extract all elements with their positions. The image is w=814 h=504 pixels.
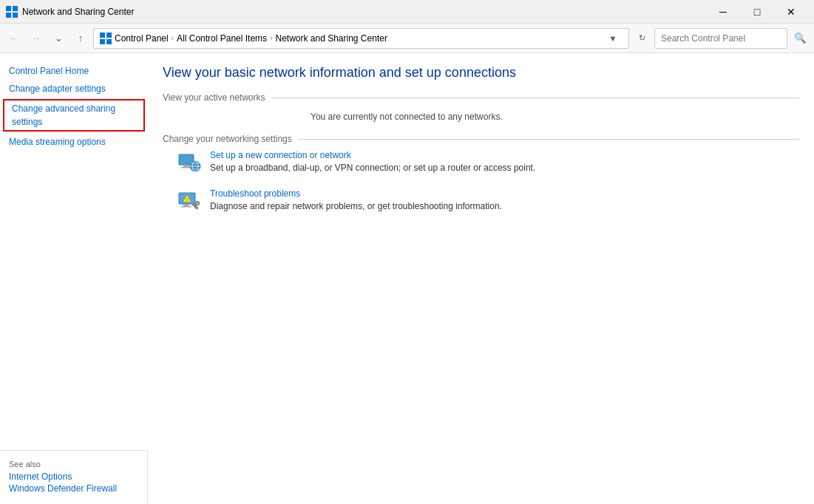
search-input[interactable] bbox=[654, 28, 787, 49]
networking-settings-divider bbox=[298, 139, 799, 140]
active-networks-label: View your active networks bbox=[163, 92, 271, 103]
svg-text:!: ! bbox=[186, 197, 188, 202]
breadcrumb-control-panel[interactable]: Control Panel bbox=[115, 33, 169, 44]
troubleshoot-link[interactable]: Troubleshoot problems bbox=[210, 188, 799, 199]
up-button[interactable]: ↑ bbox=[71, 29, 90, 48]
close-button[interactable]: ✕ bbox=[774, 0, 808, 24]
svg-rect-5 bbox=[106, 33, 112, 38]
left-panel: Control Panel Home Change adapter settin… bbox=[0, 53, 148, 504]
window-controls: ─ □ ✕ bbox=[706, 0, 808, 24]
svg-rect-9 bbox=[183, 165, 189, 167]
page-title: View your basic network information and … bbox=[163, 65, 799, 81]
active-networks-header: View your active networks bbox=[163, 92, 799, 103]
title-bar: Network and Sharing Center ─ □ ✕ bbox=[0, 0, 814, 24]
address-bar: ← → ⌄ ↑ Control Panel › All Control Pane… bbox=[0, 24, 814, 53]
sidebar: Control Panel Home Change adapter settin… bbox=[0, 53, 148, 450]
networking-settings-header: Change your networking settings bbox=[163, 134, 799, 144]
troubleshoot-desc: Diagnose and repair network problems, or… bbox=[210, 201, 502, 211]
troubleshoot-icon: ! bbox=[177, 188, 201, 212]
breadcrumb-all-items[interactable]: All Control Panel Items bbox=[177, 33, 267, 44]
see-also-windows-firewall[interactable]: Windows Defender Firewall bbox=[9, 483, 138, 494]
svg-rect-18 bbox=[181, 206, 191, 208]
back-button[interactable]: ← bbox=[4, 29, 24, 48]
minimize-button[interactable]: ─ bbox=[706, 0, 740, 24]
svg-rect-3 bbox=[13, 13, 18, 18]
see-also-section: See also Internet Options Windows Defend… bbox=[0, 450, 147, 504]
control-panel-icon bbox=[100, 33, 112, 44]
recent-locations-button[interactable]: ⌄ bbox=[49, 29, 68, 48]
sidebar-link-change-adapter[interactable]: Change adapter settings bbox=[0, 80, 148, 98]
address-field: Control Panel › All Control Panel Items … bbox=[93, 28, 629, 49]
svg-rect-2 bbox=[6, 13, 11, 18]
new-connection-info: Set up a new connection or network Set u… bbox=[210, 150, 799, 173]
svg-rect-17 bbox=[183, 204, 189, 206]
connection-setup-icon bbox=[177, 150, 201, 174]
app-icon bbox=[6, 6, 18, 18]
sidebar-link-media-streaming[interactable]: Media streaming options bbox=[0, 133, 148, 151]
breadcrumb-current: Network and Sharing Center bbox=[275, 33, 387, 44]
new-connection-desc: Set up a broadband, dial-up, or VPN conn… bbox=[210, 163, 535, 173]
svg-rect-4 bbox=[100, 33, 105, 38]
new-connection-icon bbox=[177, 150, 201, 174]
breadcrumb: Control Panel › All Control Panel Items … bbox=[100, 33, 600, 44]
see-also-internet-options[interactable]: Internet Options bbox=[9, 471, 138, 482]
main-area: Control Panel Home Change adapter settin… bbox=[0, 53, 814, 504]
title-bar-left: Network and Sharing Center bbox=[6, 6, 134, 18]
search-button[interactable]: 🔍 bbox=[790, 29, 810, 48]
window-title: Network and Sharing Center bbox=[22, 7, 134, 17]
new-connection-option: Set up a new connection or network Set u… bbox=[163, 150, 799, 174]
not-connected-text: You are currently not connected to any n… bbox=[311, 112, 503, 122]
troubleshoot-info: Troubleshoot problems Diagnose and repai… bbox=[210, 188, 799, 211]
maximize-button[interactable]: □ bbox=[740, 0, 774, 24]
content-area: View your basic network information and … bbox=[148, 53, 814, 504]
svg-rect-1 bbox=[13, 6, 18, 11]
svg-rect-0 bbox=[6, 6, 11, 11]
svg-rect-6 bbox=[100, 39, 105, 44]
active-networks-divider bbox=[271, 98, 799, 98]
sidebar-link-control-panel-home[interactable]: Control Panel Home bbox=[0, 62, 148, 80]
troubleshoot-option: ! Troubleshoot problems Diagnose and rep… bbox=[163, 188, 799, 212]
address-dropdown-button[interactable]: ▼ bbox=[603, 29, 623, 48]
new-connection-link[interactable]: Set up a new connection or network bbox=[210, 150, 799, 160]
active-networks-content: You are currently not connected to any n… bbox=[163, 109, 799, 134]
refresh-button[interactable]: ↻ bbox=[632, 29, 651, 48]
networking-settings-label: Change your networking settings bbox=[163, 134, 298, 144]
see-also-title: See also bbox=[9, 460, 138, 469]
forward-button[interactable]: → bbox=[27, 29, 46, 48]
svg-point-23 bbox=[197, 202, 199, 205]
troubleshoot-icon-svg: ! bbox=[177, 188, 201, 212]
sidebar-link-change-advanced-sharing[interactable]: Change advanced sharing settings bbox=[3, 99, 145, 132]
svg-rect-7 bbox=[106, 39, 112, 44]
